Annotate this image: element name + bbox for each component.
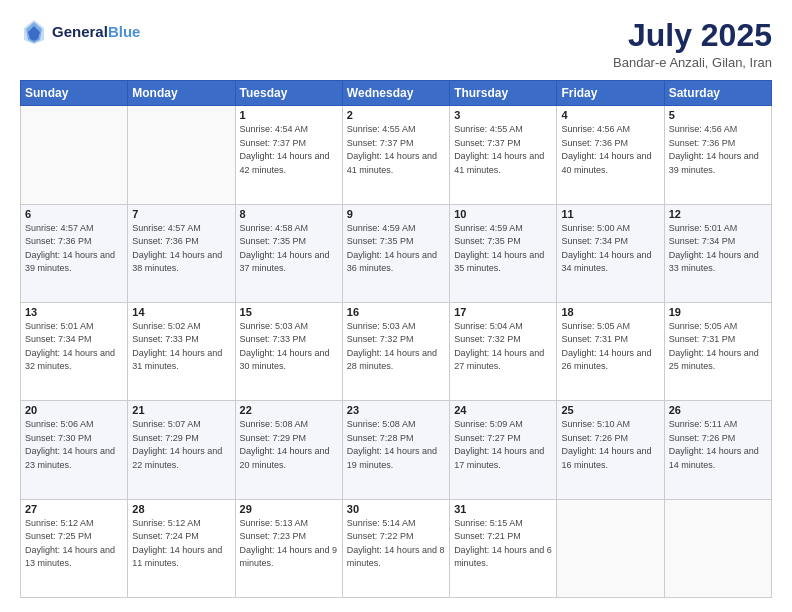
day-info: Sunrise: 5:06 AM Sunset: 7:30 PM Dayligh…	[25, 418, 123, 472]
table-cell: 21 Sunrise: 5:07 AM Sunset: 7:29 PM Dayl…	[128, 401, 235, 499]
day-number: 29	[240, 503, 338, 515]
day-info: Sunrise: 4:55 AM Sunset: 7:37 PM Dayligh…	[347, 123, 445, 177]
day-info: Sunrise: 4:54 AM Sunset: 7:37 PM Dayligh…	[240, 123, 338, 177]
day-number: 3	[454, 109, 552, 121]
table-cell: 1 Sunrise: 4:54 AM Sunset: 7:37 PM Dayli…	[235, 106, 342, 204]
calendar-row-3: 13 Sunrise: 5:01 AM Sunset: 7:34 PM Dayl…	[21, 302, 772, 400]
day-info: Sunrise: 4:57 AM Sunset: 7:36 PM Dayligh…	[132, 222, 230, 276]
day-info: Sunrise: 5:12 AM Sunset: 7:24 PM Dayligh…	[132, 517, 230, 571]
page: GeneralBlue July 2025 Bandar-e Anzali, G…	[0, 0, 792, 612]
table-cell: 8 Sunrise: 4:58 AM Sunset: 7:35 PM Dayli…	[235, 204, 342, 302]
logo: GeneralBlue	[20, 18, 140, 46]
table-cell: 28 Sunrise: 5:12 AM Sunset: 7:24 PM Dayl…	[128, 499, 235, 597]
day-number: 17	[454, 306, 552, 318]
table-cell: 29 Sunrise: 5:13 AM Sunset: 7:23 PM Dayl…	[235, 499, 342, 597]
day-number: 18	[561, 306, 659, 318]
day-info: Sunrise: 4:57 AM Sunset: 7:36 PM Dayligh…	[25, 222, 123, 276]
logo-text: GeneralBlue	[52, 23, 140, 41]
day-number: 4	[561, 109, 659, 121]
day-number: 11	[561, 208, 659, 220]
day-number: 28	[132, 503, 230, 515]
day-info: Sunrise: 5:11 AM Sunset: 7:26 PM Dayligh…	[669, 418, 767, 472]
table-cell: 19 Sunrise: 5:05 AM Sunset: 7:31 PM Dayl…	[664, 302, 771, 400]
header-thursday: Thursday	[450, 81, 557, 106]
day-number: 16	[347, 306, 445, 318]
table-cell: 22 Sunrise: 5:08 AM Sunset: 7:29 PM Dayl…	[235, 401, 342, 499]
location-subtitle: Bandar-e Anzali, Gilan, Iran	[613, 55, 772, 70]
header: GeneralBlue July 2025 Bandar-e Anzali, G…	[20, 18, 772, 70]
day-number: 7	[132, 208, 230, 220]
day-info: Sunrise: 5:10 AM Sunset: 7:26 PM Dayligh…	[561, 418, 659, 472]
table-cell	[128, 106, 235, 204]
day-number: 1	[240, 109, 338, 121]
header-friday: Friday	[557, 81, 664, 106]
month-title: July 2025	[613, 18, 772, 53]
table-cell: 24 Sunrise: 5:09 AM Sunset: 7:27 PM Dayl…	[450, 401, 557, 499]
day-number: 23	[347, 404, 445, 416]
table-cell: 31 Sunrise: 5:15 AM Sunset: 7:21 PM Dayl…	[450, 499, 557, 597]
header-tuesday: Tuesday	[235, 81, 342, 106]
calendar-row-5: 27 Sunrise: 5:12 AM Sunset: 7:25 PM Dayl…	[21, 499, 772, 597]
day-info: Sunrise: 5:05 AM Sunset: 7:31 PM Dayligh…	[561, 320, 659, 374]
day-info: Sunrise: 4:58 AM Sunset: 7:35 PM Dayligh…	[240, 222, 338, 276]
table-cell: 15 Sunrise: 5:03 AM Sunset: 7:33 PM Dayl…	[235, 302, 342, 400]
day-number: 25	[561, 404, 659, 416]
day-number: 27	[25, 503, 123, 515]
table-cell: 30 Sunrise: 5:14 AM Sunset: 7:22 PM Dayl…	[342, 499, 449, 597]
table-cell: 10 Sunrise: 4:59 AM Sunset: 7:35 PM Dayl…	[450, 204, 557, 302]
day-number: 2	[347, 109, 445, 121]
table-cell: 2 Sunrise: 4:55 AM Sunset: 7:37 PM Dayli…	[342, 106, 449, 204]
day-number: 22	[240, 404, 338, 416]
day-number: 6	[25, 208, 123, 220]
table-cell: 25 Sunrise: 5:10 AM Sunset: 7:26 PM Dayl…	[557, 401, 664, 499]
day-number: 20	[25, 404, 123, 416]
day-info: Sunrise: 5:08 AM Sunset: 7:29 PM Dayligh…	[240, 418, 338, 472]
calendar-row-4: 20 Sunrise: 5:06 AM Sunset: 7:30 PM Dayl…	[21, 401, 772, 499]
day-info: Sunrise: 5:04 AM Sunset: 7:32 PM Dayligh…	[454, 320, 552, 374]
day-info: Sunrise: 5:12 AM Sunset: 7:25 PM Dayligh…	[25, 517, 123, 571]
day-number: 15	[240, 306, 338, 318]
day-number: 12	[669, 208, 767, 220]
calendar-row-2: 6 Sunrise: 4:57 AM Sunset: 7:36 PM Dayli…	[21, 204, 772, 302]
title-block: July 2025 Bandar-e Anzali, Gilan, Iran	[613, 18, 772, 70]
day-info: Sunrise: 5:03 AM Sunset: 7:32 PM Dayligh…	[347, 320, 445, 374]
day-number: 14	[132, 306, 230, 318]
table-cell: 5 Sunrise: 4:56 AM Sunset: 7:36 PM Dayli…	[664, 106, 771, 204]
table-cell: 3 Sunrise: 4:55 AM Sunset: 7:37 PM Dayli…	[450, 106, 557, 204]
table-cell: 12 Sunrise: 5:01 AM Sunset: 7:34 PM Dayl…	[664, 204, 771, 302]
day-number: 8	[240, 208, 338, 220]
calendar-row-1: 1 Sunrise: 4:54 AM Sunset: 7:37 PM Dayli…	[21, 106, 772, 204]
day-info: Sunrise: 5:07 AM Sunset: 7:29 PM Dayligh…	[132, 418, 230, 472]
day-number: 13	[25, 306, 123, 318]
day-number: 24	[454, 404, 552, 416]
table-cell: 20 Sunrise: 5:06 AM Sunset: 7:30 PM Dayl…	[21, 401, 128, 499]
table-cell: 13 Sunrise: 5:01 AM Sunset: 7:34 PM Dayl…	[21, 302, 128, 400]
table-cell	[664, 499, 771, 597]
day-info: Sunrise: 5:02 AM Sunset: 7:33 PM Dayligh…	[132, 320, 230, 374]
day-number: 5	[669, 109, 767, 121]
day-info: Sunrise: 4:59 AM Sunset: 7:35 PM Dayligh…	[454, 222, 552, 276]
day-info: Sunrise: 4:56 AM Sunset: 7:36 PM Dayligh…	[561, 123, 659, 177]
table-cell: 16 Sunrise: 5:03 AM Sunset: 7:32 PM Dayl…	[342, 302, 449, 400]
day-info: Sunrise: 5:09 AM Sunset: 7:27 PM Dayligh…	[454, 418, 552, 472]
table-cell: 23 Sunrise: 5:08 AM Sunset: 7:28 PM Dayl…	[342, 401, 449, 499]
day-info: Sunrise: 5:03 AM Sunset: 7:33 PM Dayligh…	[240, 320, 338, 374]
header-wednesday: Wednesday	[342, 81, 449, 106]
day-info: Sunrise: 4:59 AM Sunset: 7:35 PM Dayligh…	[347, 222, 445, 276]
day-number: 31	[454, 503, 552, 515]
day-info: Sunrise: 5:08 AM Sunset: 7:28 PM Dayligh…	[347, 418, 445, 472]
header-monday: Monday	[128, 81, 235, 106]
logo-icon	[20, 18, 48, 46]
table-cell: 7 Sunrise: 4:57 AM Sunset: 7:36 PM Dayli…	[128, 204, 235, 302]
day-number: 30	[347, 503, 445, 515]
header-saturday: Saturday	[664, 81, 771, 106]
table-cell	[557, 499, 664, 597]
day-info: Sunrise: 5:13 AM Sunset: 7:23 PM Dayligh…	[240, 517, 338, 571]
day-number: 9	[347, 208, 445, 220]
day-number: 19	[669, 306, 767, 318]
calendar-table: Sunday Monday Tuesday Wednesday Thursday…	[20, 80, 772, 598]
day-info: Sunrise: 4:56 AM Sunset: 7:36 PM Dayligh…	[669, 123, 767, 177]
day-number: 26	[669, 404, 767, 416]
day-info: Sunrise: 4:55 AM Sunset: 7:37 PM Dayligh…	[454, 123, 552, 177]
day-number: 10	[454, 208, 552, 220]
